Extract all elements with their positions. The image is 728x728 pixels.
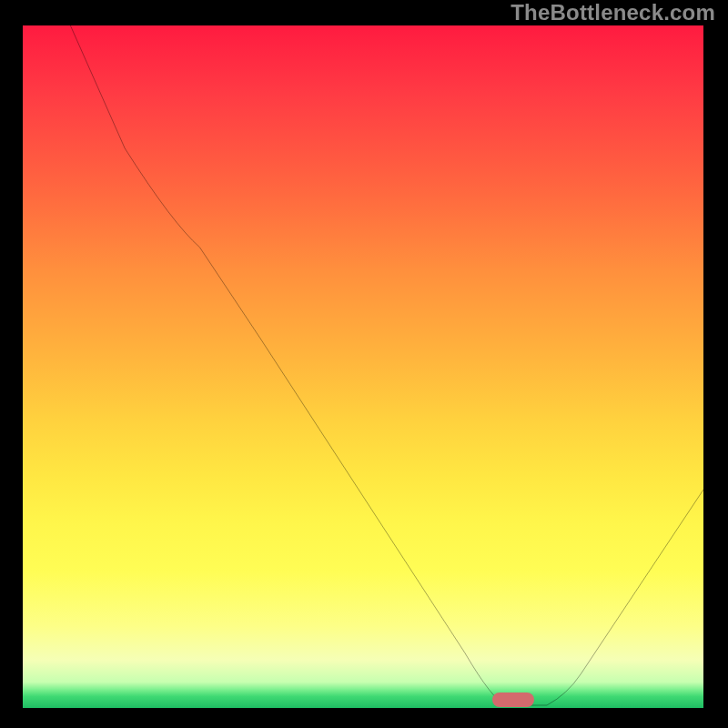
plot-area [23, 25, 703, 708]
curve-path [70, 25, 703, 705]
optimal-marker [492, 693, 534, 707]
chart-container: TheBottleneck.com [0, 0, 728, 728]
bottleneck-curve [23, 25, 703, 708]
watermark-text: TheBottleneck.com [511, 0, 715, 25]
